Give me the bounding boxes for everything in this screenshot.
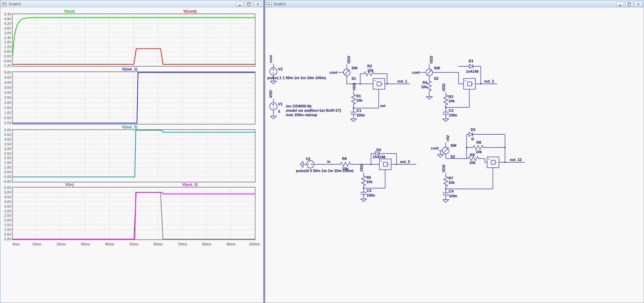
net-label-set[interactable]: set [380, 104, 385, 108]
directive-line[interactable]: .tran 100m startup [285, 113, 317, 117]
component-name: D3 [471, 128, 475, 132]
component-value: pulse(-1 1 50m 1m 1m 10m 100m) [267, 76, 326, 80]
net-label-vdd[interactable]: VDD [352, 83, 356, 91]
inverter-gate-U3[interactable]: us [379, 159, 391, 170]
close-button[interactable]: × [254, 2, 262, 7]
waveform-pane-out2[interactable]: V(out_2)5.0V4.5V4.0V3.5V3.0V2.5V2.0V1.5V… [0, 125, 263, 183]
resistor-R5[interactable]: VDD R5 10k [360, 164, 373, 188]
x-axis-labels: 0ms10ms20ms30ms40ms50ms60ms70ms80ms90ms1… [0, 241, 263, 247]
svg-text:5.0V: 5.0V [4, 190, 11, 194]
schematic-canvas[interactable]: cont V2 pulse(-1 1 50m 1m 1m 10m 100m) V… [265, 8, 644, 303]
svg-text:5.5V: 5.5V [4, 186, 11, 190]
svg-text:20ms: 20ms [57, 242, 66, 246]
resistor-R1[interactable]: VDD R1 10k [351, 83, 363, 106]
spice-directives[interactable]: .inc CD4000.lib .model sw sw(Ron=1m Roff… [285, 104, 341, 117]
net-label-vdd[interactable]: VDD [347, 56, 351, 64]
svg-text:1.2V: 1.2V [4, 45, 11, 49]
gate-tag: us [488, 158, 490, 160]
component-name: V1 [278, 102, 282, 106]
component-name: S1 [351, 76, 356, 80]
capacitor-C4[interactable]: C4 100n [443, 189, 457, 198]
voltage-source-V1[interactable]: VDD V1 5 [269, 90, 282, 119]
net-label-vdd[interactable]: VDD [269, 90, 273, 98]
waveform-area: V(set)V(cont)5.4V4.8V4.2V3.6V3.0V2.4V1.8… [0, 8, 263, 303]
voltage-source-V2[interactable]: cont V2 pulse(-1 1 50m 1m 1m 10m 100m) [267, 55, 326, 84]
svg-text:4.8V: 4.8V [4, 17, 11, 21]
close-button[interactable]: × [634, 2, 642, 7]
switch-S3[interactable]: +6V SW S3 [442, 135, 456, 159]
component-model: SW [351, 66, 358, 70]
schematic-window: Draft10 × cont V2 [265, 0, 644, 303]
resistor-R9[interactable]: R9 10k [467, 153, 480, 165]
net-label-in[interactable]: in [327, 160, 331, 164]
resistor-R3[interactable]: VDD R3 10k [442, 83, 455, 107]
minimize-button[interactable] [616, 2, 624, 7]
restore-button[interactable] [625, 2, 633, 7]
svg-text:V(out_3): V(out_3) [182, 182, 198, 187]
resistor-R2[interactable]: R2 10k [360, 64, 387, 84]
net-label-out1[interactable]: out_1 [397, 79, 407, 83]
component-value: 100n [367, 193, 375, 197]
diode-D1[interactable]: D1 1n4148 [459, 59, 481, 84]
switch-S2[interactable]: VDD SW S2 [426, 56, 440, 80]
resistor-R8[interactable]: R8 10k [467, 140, 505, 154]
svg-text:0.5V: 0.5V [4, 116, 11, 120]
schematic-area: cont V2 pulse(-1 1 50m 1m 1m 10m 100m) V… [265, 8, 644, 303]
minimize-button[interactable] [236, 2, 244, 7]
net-label-p6v[interactable]: +6V [446, 135, 450, 142]
circuit-block-2: cont VDD SW S2 R4 10k [412, 56, 497, 122]
inverter-gate-U1[interactable]: us [373, 78, 385, 89]
svg-text:10ms: 10ms [32, 242, 41, 246]
net-label-vdd[interactable]: VDD [442, 83, 446, 91]
switch-S1[interactable]: VDD SW S1 [343, 56, 358, 80]
net-label-vdd[interactable]: VDD [429, 56, 433, 64]
svg-text:50ms: 50ms [129, 242, 138, 246]
capacitor-C2[interactable]: C2 100n [443, 108, 457, 117]
directive-line[interactable]: .model sw sw(Ron=1m Roff=1T) [285, 108, 341, 112]
svg-text:1.0V: 1.0V [4, 111, 11, 115]
restore-icon [628, 3, 631, 6]
net-label-out3[interactable]: out_3 [400, 160, 410, 164]
svg-text:0.0V: 0.0V [4, 237, 11, 240]
waveform-pane-set-cont[interactable]: V(set)V(cont)5.4V4.8V4.2V3.6V3.0V2.4V1.8… [0, 9, 263, 67]
svg-text:3.5V: 3.5V [4, 142, 11, 146]
ground-symbol [300, 161, 305, 167]
net-label-vdd[interactable]: VDD [442, 165, 446, 172]
capacitor-C1[interactable]: C1 100n [350, 108, 365, 117]
net-label-cont[interactable]: cont [431, 146, 439, 150]
net-label-vdd[interactable]: VDD [360, 164, 364, 172]
net-label-cont[interactable]: cont [269, 55, 273, 63]
svg-text:90ms: 90ms [226, 242, 235, 246]
resistor-R7[interactable]: VDD R7 10k [442, 165, 455, 188]
diode-D2[interactable]: D2 1n4148 [371, 148, 397, 164]
svg-text:2.5V: 2.5V [4, 96, 11, 100]
svg-text:40ms: 40ms [105, 242, 114, 246]
waveform-pane-out1[interactable]: V(out_1)5.0V4.5V4.0V3.5V3.0V2.5V2.0V1.5V… [0, 67, 263, 125]
inverter-gate-U4[interactable]: us [487, 157, 499, 168]
component-value: 1n4148 [373, 155, 385, 159]
restore-button[interactable] [245, 2, 253, 7]
net-label-cont[interactable]: cont [330, 70, 338, 74]
capacitor-C3[interactable]: C3 100n [361, 189, 375, 197]
waveform-window-titlebar[interactable]: Draft10 × [0, 0, 263, 8]
svg-text:3.0V: 3.0V [4, 91, 11, 95]
net-label-out12[interactable]: out_12 [510, 158, 521, 162]
component-value: 10k [448, 180, 455, 184]
diode-D3[interactable]: D3 D [467, 128, 505, 141]
net-label-out2[interactable]: out_2 [484, 79, 494, 83]
minimize-icon [619, 5, 621, 6]
component-name: V2 [278, 67, 282, 71]
svg-text:0.5V: 0.5V [4, 170, 11, 174]
resistor-R4[interactable]: R4 10k [421, 78, 431, 93]
component-value: 10k [448, 99, 455, 103]
window-title: Draft10 [9, 2, 21, 6]
svg-text:4.0V: 4.0V [4, 200, 11, 204]
svg-text:5.0V: 5.0V [4, 128, 11, 132]
schematic-window-titlebar[interactable]: Draft10 × [265, 0, 644, 8]
component-name: R2 [367, 64, 372, 68]
waveform-pane-in-out3[interactable]: V(in)V(out_3)5.5V5.0V4.5V4.0V3.5V3.0V2.5… [0, 182, 263, 240]
svg-text:2.0V: 2.0V [4, 101, 11, 105]
inverter-gate-U2[interactable]: us [464, 78, 475, 89]
net-label-cont[interactable]: cont [412, 70, 420, 74]
directive-line[interactable]: .inc CD4000.lib [285, 104, 312, 108]
